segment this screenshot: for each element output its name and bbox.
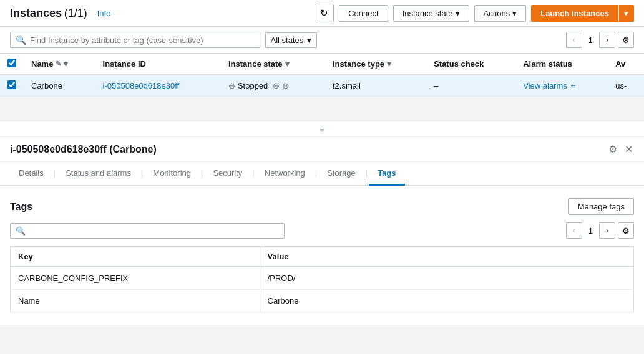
- tags-pagination: ‹ 1 › ⚙: [566, 222, 634, 239]
- sort-icon[interactable]: ▾: [64, 59, 68, 69]
- prev-page-button[interactable]: ‹: [566, 32, 582, 48]
- tab-tags[interactable]: Tags: [369, 162, 404, 186]
- tags-section: Tags Manage tags 🔍 ‹ 1 › ⚙ Key Value: [0, 186, 644, 325]
- col-header-key: Key: [11, 247, 260, 267]
- detail-settings-button[interactable]: ⚙: [607, 142, 618, 156]
- col-header-value: Value: [260, 247, 633, 267]
- tags-search-box: 🔍: [10, 223, 285, 239]
- sort-icon[interactable]: ▾: [285, 59, 290, 69]
- edit-icon: ✎: [56, 60, 61, 68]
- col-header-name: Name ✎ ▾: [24, 54, 95, 75]
- row-instance-id: i-050508e0d618e30ff: [95, 75, 221, 97]
- launch-instances-button[interactable]: Launch instances: [531, 5, 618, 22]
- search-icon: 🔍: [16, 226, 26, 236]
- tags-search-row: 🔍 ‹ 1 › ⚙: [10, 222, 634, 239]
- manage-tags-button[interactable]: Manage tags: [568, 198, 634, 215]
- select-all-header: [0, 54, 24, 75]
- stopped-icon: ⊖: [228, 81, 235, 90]
- tab-networking[interactable]: Networking: [256, 162, 314, 186]
- gear-icon: ⚙: [608, 144, 617, 155]
- tab-security[interactable]: Security: [204, 162, 251, 186]
- table-row: Carbone i-050508e0d618e30ff ⊖ Stopped ⊕ …: [0, 75, 644, 97]
- col-header-alarm-status: Alarm status: [515, 54, 608, 75]
- tag-value: Carbone: [260, 290, 633, 312]
- sort-icon[interactable]: ▾: [387, 59, 391, 69]
- row-checkbox[interactable]: [7, 80, 16, 89]
- chevron-down-icon: ▾: [624, 9, 628, 18]
- select-all-checkbox[interactable]: [7, 59, 16, 67]
- tab-monitoring[interactable]: Monitoring: [144, 162, 200, 186]
- tag-key: CARBONE_CONFIG_PREFIX: [11, 267, 260, 290]
- tab-storage[interactable]: Storage: [318, 162, 364, 186]
- detail-header: i-050508e0d618e30ff (Carbone) ⚙ ✕: [0, 137, 644, 162]
- detail-title: i-050508e0d618e30ff (Carbone): [10, 144, 607, 155]
- search-bar: 🔍 All states ▾ ‹ 1 › ⚙: [0, 27, 644, 54]
- tags-search-input[interactable]: [29, 226, 279, 236]
- empty-space: [0, 97, 644, 122]
- tags-table: Key Value CARBONE_CONFIG_PREFIX /PROD/ N…: [10, 246, 634, 312]
- col-header-instance-state: Instance state ▾: [221, 54, 325, 75]
- tag-row: Name Carbone: [11, 290, 634, 312]
- search-input[interactable]: [30, 36, 255, 45]
- tags-settings-button[interactable]: ⚙: [618, 222, 634, 239]
- zoom-out-icon[interactable]: ⊖: [282, 81, 289, 90]
- instances-table-container: Name ✎ ▾ Instance ID Instance state ▾ In…: [0, 54, 644, 97]
- close-icon: ✕: [625, 144, 633, 155]
- tab-details[interactable]: Details: [10, 162, 52, 186]
- row-instance-state: ⊖ Stopped ⊕ ⊖: [221, 75, 325, 97]
- row-name: Carbone: [24, 75, 95, 97]
- add-alarm-icon[interactable]: +: [570, 81, 575, 90]
- tags-prev-page-button[interactable]: ‹: [566, 222, 582, 239]
- row-checkbox-cell: [0, 75, 24, 97]
- detail-tabs: Details | Status and alarms | Monitoring…: [0, 162, 644, 186]
- tags-next-page-button[interactable]: ›: [599, 222, 615, 239]
- tag-row: CARBONE_CONFIG_PREFIX /PROD/: [11, 267, 634, 290]
- search-box-container: 🔍: [10, 32, 260, 48]
- connect-button[interactable]: Connect: [339, 5, 388, 22]
- instances-table: Name ✎ ▾ Instance ID Instance state ▾ In…: [0, 54, 644, 97]
- col-header-status-check: Status check: [426, 54, 515, 75]
- chevron-down-icon: ▾: [307, 36, 311, 45]
- tag-value: /PROD/: [260, 267, 633, 290]
- toolbar: Instances (1/1) Info ↻ Connect Instance …: [0, 0, 644, 27]
- chevron-down-icon: ▾: [456, 9, 460, 18]
- refresh-button[interactable]: ↻: [315, 4, 334, 22]
- tab-status-alarms[interactable]: Status and alarms: [57, 162, 140, 186]
- gear-icon: ⚙: [622, 36, 630, 45]
- next-page-button[interactable]: ›: [599, 32, 615, 48]
- chevron-down-icon: ▾: [512, 9, 517, 18]
- page-title: Instances (1/1): [10, 7, 87, 20]
- gear-icon: ⚙: [622, 226, 630, 236]
- row-az: us-: [608, 75, 644, 97]
- launch-instances-arrow-button[interactable]: ▾: [618, 5, 634, 22]
- detail-panel: ≡ i-050508e0d618e30ff (Carbone) ⚙ ✕ Deta…: [0, 122, 644, 325]
- col-header-instance-id: Instance ID: [95, 54, 221, 75]
- actions-button[interactable]: Actions ▾: [474, 5, 527, 22]
- table-settings-button[interactable]: ⚙: [618, 32, 634, 48]
- row-status-check: –: [426, 75, 515, 97]
- zoom-in-icon[interactable]: ⊕: [273, 81, 280, 90]
- info-link[interactable]: Info: [97, 9, 111, 18]
- detail-actions: ⚙ ✕: [607, 142, 634, 156]
- row-alarm-status: View alarms +: [515, 75, 608, 97]
- launch-instances-group: Launch instances ▾: [531, 5, 634, 22]
- search-icon: 🔍: [16, 35, 26, 45]
- refresh-icon: ↻: [320, 7, 328, 19]
- pagination: ‹ 1 › ⚙: [566, 32, 634, 48]
- state-filter-select[interactable]: All states ▾: [265, 32, 318, 48]
- tags-title: Tags: [10, 201, 568, 213]
- drag-handle[interactable]: ≡: [0, 122, 644, 137]
- col-header-instance-type: Instance type ▾: [325, 54, 426, 75]
- detail-close-button[interactable]: ✕: [623, 142, 634, 156]
- row-instance-type: t2.small: [325, 75, 426, 97]
- col-header-az: Av: [608, 54, 644, 75]
- tags-header: Tags Manage tags: [10, 198, 634, 215]
- tag-key: Name: [11, 290, 260, 312]
- instance-state-button[interactable]: Instance state ▾: [393, 5, 469, 22]
